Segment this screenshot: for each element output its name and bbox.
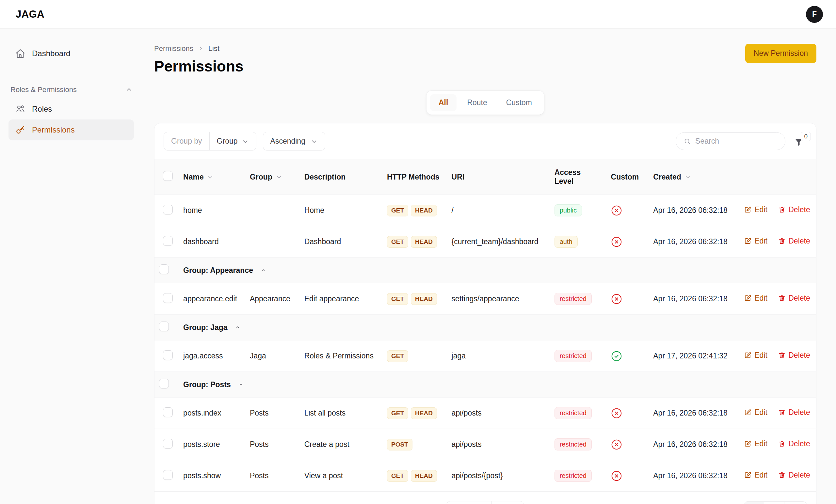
filter-count-badge: 0: [801, 132, 811, 141]
custom-no-icon: [611, 205, 622, 216]
filter-button[interactable]: 0: [794, 135, 807, 148]
key-icon: [15, 125, 25, 135]
sort-chevron-icon: [207, 174, 213, 180]
breadcrumb-parent[interactable]: Permissions: [154, 44, 193, 53]
group-row-checkbox[interactable]: [159, 379, 169, 388]
cell-custom: [606, 226, 649, 257]
search-input[interactable]: [695, 137, 777, 146]
cell-http-methods: GETHEAD: [382, 283, 447, 315]
delete-button[interactable]: Delete: [778, 351, 810, 360]
delete-button[interactable]: Delete: [778, 408, 810, 417]
select-all-checkbox[interactable]: [163, 171, 173, 181]
trash-icon: [778, 237, 786, 245]
row-checkbox[interactable]: [163, 236, 173, 246]
sort-direction-select[interactable]: Ascending: [263, 132, 325, 151]
per-page-select[interactable]: 10: [492, 501, 524, 504]
cell-group: Posts: [245, 429, 300, 460]
cell-http-methods: POST: [382, 429, 447, 460]
cell-uri: {current_team}/dashboard: [447, 226, 550, 257]
permissions-card: Group by Group Ascending: [154, 123, 816, 504]
edit-button[interactable]: Edit: [744, 439, 767, 448]
next-page-button[interactable]: [784, 502, 806, 504]
sort-chevron-icon: [684, 174, 691, 180]
cell-custom: [606, 283, 649, 315]
column-header-name[interactable]: Name: [178, 159, 245, 195]
edit-button[interactable]: Edit: [744, 471, 767, 480]
cell-actions: Edit Delete: [739, 283, 816, 315]
cell-description: List all posts: [300, 398, 382, 429]
column-header-created[interactable]: Created: [649, 159, 739, 195]
sidebar-item-dashboard[interactable]: Dashboard: [8, 43, 134, 64]
row-checkbox[interactable]: [163, 470, 173, 480]
custom-no-icon: [611, 408, 622, 419]
cell-description: Edit appearance: [300, 283, 382, 315]
sidebar-item-roles[interactable]: Roles: [8, 99, 134, 119]
trash-icon: [778, 471, 786, 479]
user-avatar[interactable]: F: [806, 6, 823, 23]
cell-created: Apr 16, 2026 06:32:18: [649, 283, 739, 315]
edit-button[interactable]: Edit: [744, 237, 767, 246]
cell-group: [245, 195, 300, 226]
http-method-badge: GET: [387, 350, 408, 362]
cell-description: Home: [300, 195, 382, 226]
cell-actions: Edit Delete: [739, 195, 816, 226]
group-row-checkbox[interactable]: [159, 265, 169, 274]
edit-button[interactable]: Edit: [744, 205, 767, 214]
http-method-badge: GET: [387, 293, 408, 305]
http-method-badge: HEAD: [411, 470, 437, 482]
page-button-2[interactable]: 2: [764, 502, 784, 504]
page-title: Permissions: [154, 57, 816, 75]
row-checkbox[interactable]: [163, 407, 173, 417]
group-by-value: Group: [217, 137, 238, 146]
new-permission-button[interactable]: New Permission: [745, 44, 816, 63]
column-header-uri: URI: [447, 159, 550, 195]
cell-custom: [606, 195, 649, 226]
trash-icon: [778, 351, 786, 359]
row-checkbox[interactable]: [163, 293, 173, 303]
edit-button[interactable]: Edit: [744, 294, 767, 303]
row-checkbox[interactable]: [163, 350, 173, 360]
row-checkbox[interactable]: [163, 439, 173, 448]
sort-chevron-icon: [276, 174, 282, 180]
sidebar-section-roles-permissions[interactable]: Roles & Permissions: [11, 85, 133, 94]
delete-button[interactable]: Delete: [778, 205, 810, 214]
cell-access-level: restricted: [550, 341, 606, 372]
cell-http-methods: GET: [382, 341, 447, 372]
access-level-badge: auth: [554, 236, 578, 248]
collapse-chevron-icon[interactable]: [235, 325, 241, 330]
trash-icon: [778, 440, 786, 447]
home-icon: [15, 48, 25, 59]
cell-name: posts.index: [178, 398, 245, 429]
edit-icon: [744, 237, 752, 245]
column-header-group[interactable]: Group: [245, 159, 300, 195]
delete-button[interactable]: Delete: [778, 471, 810, 480]
row-checkbox[interactable]: [163, 205, 173, 214]
edit-button[interactable]: Edit: [744, 408, 767, 417]
http-method-badge: GET: [387, 205, 408, 216]
delete-button[interactable]: Delete: [778, 439, 810, 448]
http-method-badge: HEAD: [411, 407, 437, 419]
tab-route[interactable]: Route: [458, 94, 495, 111]
cell-created: Apr 16, 2026 06:32:18: [649, 429, 739, 460]
cell-actions: Edit Delete: [739, 460, 816, 491]
table-row: appearance.edit Appearance Edit appearan…: [154, 283, 816, 315]
sidebar-section-label: Roles & Permissions: [11, 85, 77, 94]
tab-custom[interactable]: Custom: [498, 94, 540, 111]
table-row: posts.store Posts Create a post POST api…: [154, 429, 816, 460]
delete-button[interactable]: Delete: [778, 237, 810, 246]
sidebar-item-permissions[interactable]: Permissions: [8, 119, 134, 140]
cell-http-methods: GETHEAD: [382, 398, 447, 429]
users-icon: [15, 104, 25, 114]
table-row: posts.show Posts View a post GETHEAD api…: [154, 460, 816, 491]
delete-button[interactable]: Delete: [778, 294, 810, 303]
collapse-chevron-icon[interactable]: [238, 382, 244, 387]
tabs-group: All Route Custom: [426, 91, 544, 115]
group-by-select[interactable]: Group: [210, 132, 256, 150]
group-row-checkbox[interactable]: [159, 322, 169, 331]
tab-all[interactable]: All: [430, 94, 457, 111]
group-row-label: Group: Jaga: [183, 323, 227, 332]
collapse-chevron-icon[interactable]: [260, 267, 266, 273]
edit-button[interactable]: Edit: [744, 351, 767, 360]
cell-created: Apr 17, 2026 02:41:32: [649, 341, 739, 372]
page-button-1[interactable]: 1: [744, 502, 764, 504]
